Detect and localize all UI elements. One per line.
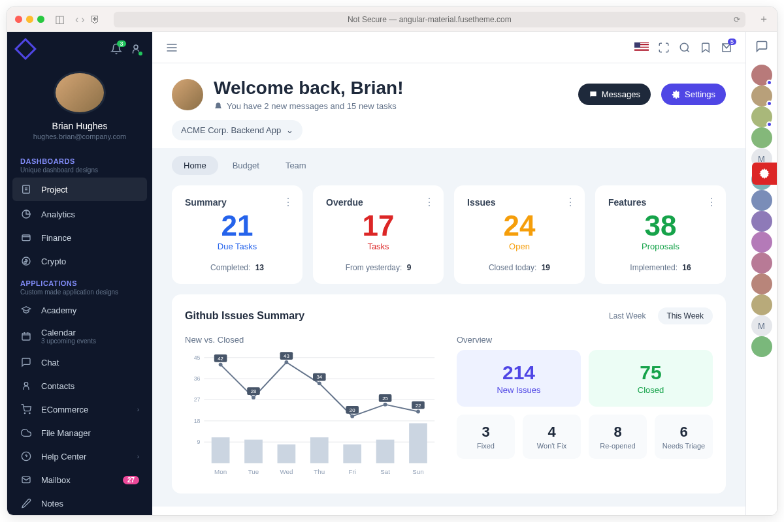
window-max-dot[interactable] bbox=[37, 16, 44, 23]
project-selector[interactable]: ACME Corp. Backend App ⌄ bbox=[172, 120, 302, 140]
overview-needs-triage: 6Needs Triage bbox=[655, 415, 713, 459]
overview-re-opened: 8Re-opened bbox=[589, 415, 647, 459]
chat-icon[interactable] bbox=[755, 40, 768, 53]
overview-won-t-fix: 4Won't Fix bbox=[523, 415, 581, 459]
contact-avatar[interactable] bbox=[751, 106, 772, 127]
contact-avatar[interactable] bbox=[751, 232, 772, 253]
card-menu-icon[interactable]: ⋮ bbox=[565, 196, 576, 208]
section-apps-title: APPLICATIONS bbox=[20, 279, 139, 287]
settings-button[interactable]: Settings bbox=[661, 84, 726, 105]
mail-icon[interactable]: 5 bbox=[721, 42, 732, 54]
contact-avatar[interactable] bbox=[751, 336, 772, 357]
contact-avatar[interactable] bbox=[751, 190, 772, 211]
menu-icon[interactable] bbox=[165, 41, 178, 54]
svg-point-21 bbox=[680, 43, 688, 51]
nav-back-icon[interactable]: ‹ bbox=[75, 14, 78, 25]
tab-budget[interactable]: Budget bbox=[221, 156, 271, 175]
user-avatar[interactable] bbox=[54, 71, 106, 114]
search-icon[interactable] bbox=[679, 42, 691, 54]
contact-avatar[interactable] bbox=[751, 294, 772, 315]
svg-rect-35 bbox=[244, 440, 263, 463]
messages-button[interactable]: Messages bbox=[578, 84, 651, 105]
svg-point-44 bbox=[252, 396, 255, 399]
header-avatar bbox=[172, 79, 203, 110]
academy-icon bbox=[20, 304, 32, 316]
contact-avatar[interactable] bbox=[751, 211, 772, 232]
toggle-this-week[interactable]: This Week bbox=[658, 307, 713, 324]
contact-letter[interactable]: M bbox=[751, 315, 772, 336]
chart-left-sub: New vs. Closed bbox=[185, 335, 441, 345]
card-menu-icon[interactable]: ⋮ bbox=[424, 196, 434, 208]
flag-icon[interactable] bbox=[634, 42, 649, 52]
overview-fixed: 3Fixed bbox=[457, 415, 515, 459]
svg-rect-9 bbox=[22, 333, 30, 340]
mailbox-icon bbox=[20, 474, 32, 486]
analytics-icon bbox=[20, 208, 32, 220]
svg-rect-36 bbox=[278, 445, 296, 463]
contact-avatar[interactable] bbox=[751, 127, 772, 148]
chevron-right-icon: › bbox=[137, 453, 139, 460]
sidebar-item-analytics[interactable]: Analytics bbox=[7, 202, 152, 226]
sidebar-item-contacts[interactable]: Contacts bbox=[7, 374, 152, 398]
contact-avatar[interactable] bbox=[751, 253, 772, 274]
sidebar-item-ecommerce[interactable]: ECommerce› bbox=[7, 398, 152, 421]
user-email: hughes.brian@company.com bbox=[15, 133, 144, 140]
svg-text:Wed: Wed bbox=[280, 468, 293, 475]
svg-rect-38 bbox=[343, 445, 361, 463]
card-issues: Issues⋮24OpenClosed today: 19 bbox=[454, 185, 585, 284]
svg-text:45: 45 bbox=[194, 354, 201, 361]
url-bar[interactable]: Not Secure — angular-material.fusetheme.… bbox=[114, 12, 745, 27]
card-menu-icon[interactable]: ⋮ bbox=[283, 196, 293, 208]
logo-icon[interactable] bbox=[14, 38, 37, 60]
sidebar-item-academy[interactable]: Academy bbox=[7, 298, 152, 322]
notes-icon bbox=[20, 497, 32, 509]
contact-avatar[interactable] bbox=[751, 274, 772, 294]
chart-title: Github Issues Summary bbox=[185, 310, 600, 322]
svg-point-13 bbox=[24, 383, 27, 386]
shield-icon[interactable]: ⛨ bbox=[90, 14, 101, 25]
fullscreen-icon[interactable] bbox=[658, 42, 670, 54]
sidebar-item-mailbox[interactable]: Mailbox27 bbox=[7, 468, 152, 492]
contacts-rail: MM bbox=[745, 32, 777, 515]
contact-avatar[interactable] bbox=[751, 86, 772, 106]
section-apps-sub: Custom made application designs bbox=[20, 289, 139, 296]
sidebar-item-file-manager[interactable]: File Manager bbox=[7, 421, 152, 445]
svg-text:Sat: Sat bbox=[380, 468, 390, 475]
notifications-icon[interactable]: 3 bbox=[110, 43, 122, 55]
refresh-icon[interactable]: ⟳ bbox=[734, 15, 740, 24]
user-status-icon[interactable] bbox=[130, 43, 142, 55]
section-dashboards-sub: Unique dashboard designs bbox=[20, 166, 139, 174]
toggle-last-week[interactable]: Last Week bbox=[600, 307, 655, 324]
sidebar-item-chat[interactable]: Chat bbox=[7, 351, 152, 374]
settings-float-button[interactable] bbox=[752, 163, 777, 185]
svg-point-59 bbox=[416, 410, 420, 414]
notif-badge: 3 bbox=[117, 40, 126, 47]
tab-home[interactable]: Home bbox=[172, 156, 218, 175]
window-min-dot[interactable] bbox=[26, 16, 33, 23]
overview-closed: 75Closed bbox=[589, 350, 713, 407]
page-title: Welcome back, Brian! bbox=[214, 78, 403, 99]
svg-text:Fri: Fri bbox=[348, 468, 355, 475]
card-menu-icon[interactable]: ⋮ bbox=[706, 196, 717, 208]
bookmark-icon[interactable] bbox=[700, 42, 711, 54]
bell-icon bbox=[214, 102, 223, 111]
svg-rect-39 bbox=[376, 440, 395, 463]
sidebar-item-finance[interactable]: Finance bbox=[7, 226, 152, 249]
sidebar-item-project[interactable]: Project bbox=[12, 178, 147, 201]
sidebar-item-crypto[interactable]: Crypto bbox=[7, 249, 152, 273]
sidebar-item-calendar[interactable]: Calendar3 upcoming events bbox=[7, 322, 152, 351]
finance-icon bbox=[20, 232, 32, 243]
github-issues-card: Github Issues Summary Last Week This Wee… bbox=[172, 294, 726, 493]
sidebar-item-notes[interactable]: Notes bbox=[7, 492, 152, 515]
chevron-down-icon: ⌄ bbox=[286, 125, 293, 135]
sidebar-item-help-center[interactable]: Help Center› bbox=[7, 445, 152, 468]
sidebar-icon[interactable]: ◫ bbox=[55, 13, 65, 25]
tab-team[interactable]: Team bbox=[274, 156, 318, 175]
window-close-dot[interactable] bbox=[15, 16, 22, 23]
contact-avatar[interactable] bbox=[751, 65, 772, 86]
svg-point-15 bbox=[29, 413, 30, 413]
new-tab-icon[interactable]: ＋ bbox=[759, 12, 769, 26]
nav-forward-icon[interactable]: › bbox=[81, 14, 84, 25]
svg-text:42: 42 bbox=[218, 356, 223, 362]
svg-text:36: 36 bbox=[194, 375, 201, 382]
